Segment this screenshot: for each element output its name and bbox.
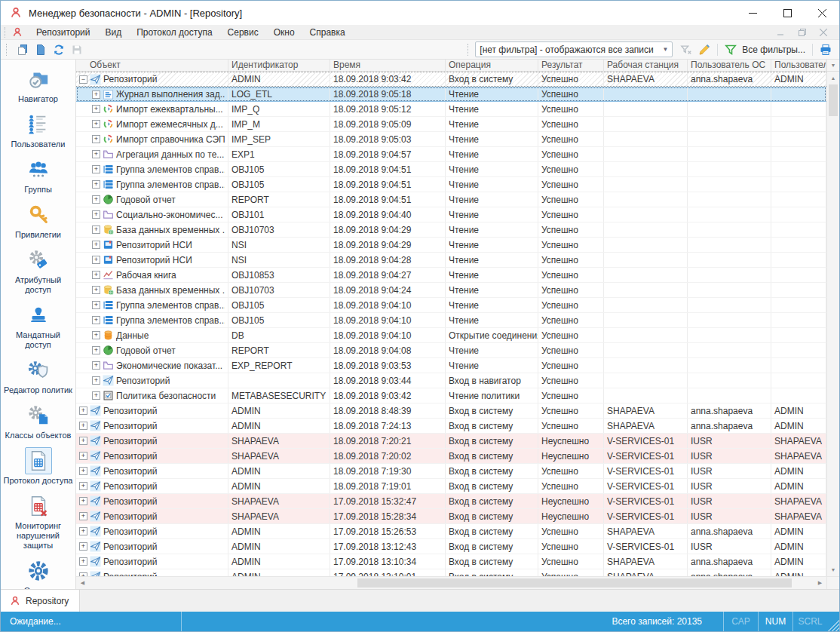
expand-icon[interactable]: +	[79, 437, 87, 445]
table-row[interactable]: +Рабочая книгаOBJ1085318.09.2018 9:04:27…	[76, 268, 826, 283]
minimize-button[interactable]	[735, 1, 770, 25]
expand-icon[interactable]: +	[79, 422, 87, 430]
table-row[interactable]: +РепозиторийSHAPAEVA17.09.2018 15:32:47В…	[76, 494, 826, 509]
table-row[interactable]: +Импорт справочника СЭПIMP_SEP18.09.2018…	[76, 132, 826, 147]
menu-item-view[interactable]: Вид	[98, 25, 130, 40]
table-row[interactable]: +РепозиторийSHAPAEVA17.09.2018 15:28:34В…	[76, 509, 826, 524]
refresh-button[interactable]	[50, 41, 68, 58]
column-header-2[interactable]: Время	[330, 60, 446, 72]
expand-icon[interactable]: +	[92, 135, 100, 143]
table-row[interactable]: +РепозиторийADMIN17.09.2018 13:12:43Вход…	[76, 539, 826, 554]
expand-icon[interactable]: +	[79, 557, 87, 566]
sidebar-item-policy-editor[interactable]: Редактор политик	[2, 357, 75, 395]
table-row[interactable]: +Импорт ежемесячных д...IMP_M18.09.2018 …	[76, 117, 826, 132]
table-row[interactable]: +РепозиторийADMIN18.09.2018 7:19:01Вход …	[76, 479, 826, 494]
expand-icon[interactable]: +	[79, 452, 87, 460]
expand-icon[interactable]: +	[92, 195, 100, 204]
expand-icon[interactable]: +	[92, 346, 100, 354]
sidebar-item-attribute-access[interactable]: Атрибутный доступ	[2, 247, 75, 295]
menu-item-repository[interactable]: Репозиторий	[29, 25, 98, 40]
sidebar-item-navigator[interactable]: Навигатор	[2, 66, 75, 104]
menu-item-access-protocol[interactable]: Протокол доступа	[129, 25, 219, 40]
open-document-button[interactable]	[32, 41, 50, 58]
column-header-0[interactable]: Объект	[76, 60, 228, 72]
menu-item-service[interactable]: Сервис	[220, 25, 266, 40]
vertical-scroll-thumb[interactable]	[829, 84, 838, 116]
scroll-down-icon[interactable]: ▼	[827, 563, 839, 576]
expand-icon[interactable]: +	[92, 105, 100, 113]
sidebar-item-service[interactable]: Сервис	[2, 557, 75, 589]
expand-icon[interactable]: +	[92, 286, 100, 294]
mdi-restore-icon[interactable]	[792, 26, 812, 39]
expand-icon[interactable]: +	[92, 225, 100, 234]
expand-icon[interactable]: +	[79, 407, 87, 415]
mdi-close-icon[interactable]	[814, 26, 833, 39]
expand-icon[interactable]: +	[79, 482, 87, 490]
table-row[interactable]: +Группа элементов справ...OBJ10518.09.20…	[76, 313, 826, 328]
new-record-button[interactable]	[14, 41, 32, 58]
column-options-icon[interactable]: ▼	[826, 60, 839, 72]
column-header-6[interactable]: Пользователь ОС	[688, 60, 771, 72]
expand-icon[interactable]: +	[79, 497, 87, 505]
all-filters-icon[interactable]	[722, 41, 740, 58]
table-row[interactable]: +РепозиторийSHAPAEVA18.09.2018 7:20:21Вх…	[76, 434, 826, 449]
expand-icon[interactable]: +	[92, 256, 100, 264]
tab-repository[interactable]: Repository	[1, 590, 80, 612]
expand-icon[interactable]: +	[92, 361, 100, 370]
table-row[interactable]: +Группа элементов справ...OBJ10518.09.20…	[76, 298, 826, 313]
all-filters-button[interactable]: Все фильтры...	[742, 44, 805, 55]
table-row[interactable]: +Репозиторий НСИNSI18.09.2018 9:04:28Чте…	[76, 253, 826, 268]
expand-icon[interactable]: +	[92, 165, 100, 173]
sidebar-item-groups[interactable]: Группы	[2, 156, 75, 195]
expand-icon[interactable]: +	[92, 331, 100, 339]
table-row[interactable]: +Группа элементов справ...OBJ10518.09.20…	[76, 162, 826, 177]
column-header-1[interactable]: Идентификатор	[228, 60, 330, 72]
expand-icon[interactable]: +	[92, 120, 100, 128]
expand-icon[interactable]: +	[92, 180, 100, 189]
scroll-right-icon[interactable]: ▶	[814, 580, 826, 586]
table-row[interactable]: −РепозиторийADMIN18.09.2018 9:03:42Вход …	[76, 72, 826, 87]
expand-icon[interactable]: +	[79, 527, 87, 535]
horizontal-scroll-thumb[interactable]	[357, 578, 792, 588]
expand-icon[interactable]: +	[92, 241, 100, 249]
table-row[interactable]: +РепозиторийADMIN17.09.2018 13:10:01Вход…	[76, 569, 826, 576]
sidebar-item-privileges[interactable]: Привилегии	[2, 201, 75, 240]
expand-icon[interactable]: +	[79, 542, 87, 551]
sidebar-item-mandatory-access[interactable]: Мандатный доступ	[2, 302, 75, 350]
table-row[interactable]: +Годовой отчетREPORT18.09.2018 9:04:51Чт…	[76, 192, 826, 207]
expand-icon[interactable]: +	[92, 301, 100, 309]
scroll-left-icon[interactable]: ◀	[76, 580, 89, 586]
menu-item-window[interactable]: Окно	[266, 25, 302, 40]
collapse-icon[interactable]: −	[79, 75, 87, 84]
print-button[interactable]	[817, 41, 835, 58]
expand-icon[interactable]: +	[79, 467, 87, 475]
filter-combobox[interactable]: [нет фильтра] - отображаются все записи …	[475, 41, 673, 57]
column-header-4[interactable]: Результат	[538, 60, 604, 72]
table-row[interactable]: +ДанныеDB18.09.2018 9:04:10Открытие соед…	[76, 328, 826, 343]
column-header-7[interactable]: Пользователь	[771, 60, 826, 72]
expand-icon[interactable]: +	[92, 150, 100, 158]
table-row[interactable]: +Группа элементов справ...OBJ10518.09.20…	[76, 177, 826, 192]
expand-icon[interactable]: +	[92, 210, 100, 219]
table-row[interactable]: +Политика безопасностиMETABASESECURITY18…	[76, 388, 826, 403]
table-row[interactable]: +РепозиторийADMIN18.09.2018 7:19:30Вход …	[76, 464, 826, 479]
expand-icon[interactable]: +	[92, 316, 100, 324]
menu-item-help[interactable]: Справка	[302, 25, 353, 40]
horizontal-scrollbar[interactable]: ◀ ▶	[76, 576, 826, 589]
scroll-up-icon[interactable]: ▲	[827, 72, 839, 84]
table-row[interactable]: +База данных временных ...OBJ1070318.09.…	[76, 283, 826, 298]
table-row[interactable]: +Социально-экономичес...OBJ10118.09.2018…	[76, 207, 826, 222]
sidebar-item-users[interactable]: Пользователи	[2, 111, 75, 149]
resize-grip[interactable]	[827, 612, 839, 631]
table-row[interactable]: +Агрегация данных по те...EXP118.09.2018…	[76, 147, 826, 162]
column-header-5[interactable]: Рабочая станция	[604, 60, 688, 72]
expand-icon[interactable]: +	[92, 376, 100, 385]
maximize-button[interactable]	[770, 1, 805, 25]
table-row[interactable]: +РепозиторийADMIN18.09.2018 8:48:39Вход …	[76, 403, 826, 419]
save-button[interactable]	[68, 41, 86, 58]
close-button[interactable]	[805, 1, 839, 25]
table-row[interactable]: +Репозиторий НСИNSI18.09.2018 9:04:29Чте…	[76, 238, 826, 253]
table-row[interactable]: +РепозиторийADMIN17.09.2018 13:10:34Вход…	[76, 554, 826, 569]
table-row[interactable]: +РепозиторийSHAPAEVA18.09.2018 7:20:02Вх…	[76, 449, 826, 464]
expand-icon[interactable]: +	[92, 391, 100, 400]
